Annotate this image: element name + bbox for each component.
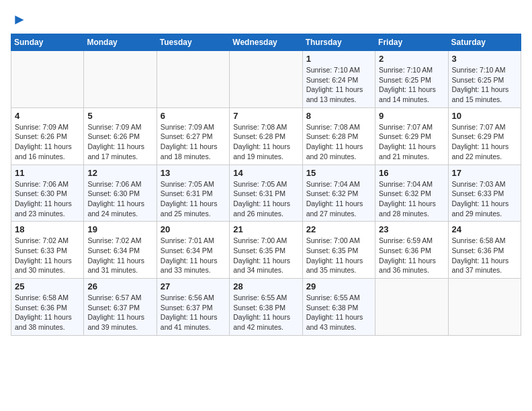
day-number: 7 — [233, 111, 298, 121]
calendar-cell: 13Sunrise: 7:05 AM Sunset: 6:31 PM Dayli… — [157, 165, 229, 222]
calendar-cell: 19Sunrise: 7:02 AM Sunset: 6:34 PM Dayli… — [84, 222, 157, 279]
day-number: 20 — [161, 224, 226, 234]
calendar-cell: 24Sunrise: 6:58 AM Sunset: 6:36 PM Dayli… — [448, 222, 521, 279]
day-detail: Sunrise: 7:00 AM Sunset: 6:35 PM Dayligh… — [233, 236, 298, 275]
calendar-week-row: 1Sunrise: 7:10 AM Sunset: 6:24 PM Daylig… — [11, 51, 521, 108]
calendar-cell: 4Sunrise: 7:09 AM Sunset: 6:26 PM Daylig… — [11, 107, 84, 165]
day-detail: Sunrise: 7:08 AM Sunset: 6:28 PM Dayligh… — [306, 122, 371, 162]
day-number: 6 — [161, 111, 226, 121]
day-detail: Sunrise: 7:07 AM Sunset: 6:29 PM Dayligh… — [452, 122, 517, 162]
calendar-header-saturday: Saturday — [448, 34, 521, 51]
calendar-week-row: 18Sunrise: 7:02 AM Sunset: 6:33 PM Dayli… — [11, 222, 521, 279]
day-detail: Sunrise: 7:01 AM Sunset: 6:34 PM Dayligh… — [161, 236, 226, 275]
calendar-cell: 12Sunrise: 7:06 AM Sunset: 6:30 PM Dayli… — [84, 165, 157, 222]
calendar-cell: 21Sunrise: 7:00 AM Sunset: 6:35 PM Dayli… — [230, 222, 302, 279]
day-number: 12 — [87, 168, 152, 178]
calendar-cell — [448, 279, 521, 336]
day-detail: Sunrise: 7:04 AM Sunset: 6:32 PM Dayligh… — [306, 179, 371, 219]
calendar-cell: 2Sunrise: 7:10 AM Sunset: 6:25 PM Daylig… — [375, 51, 448, 108]
day-detail: Sunrise: 7:07 AM Sunset: 6:29 PM Dayligh… — [379, 122, 444, 162]
day-detail: Sunrise: 6:55 AM Sunset: 6:38 PM Dayligh… — [306, 293, 371, 332]
day-number: 23 — [379, 224, 444, 234]
calendar-cell — [84, 51, 157, 108]
calendar-cell: 1Sunrise: 7:10 AM Sunset: 6:24 PM Daylig… — [302, 51, 375, 108]
calendar-cell: 10Sunrise: 7:07 AM Sunset: 6:29 PM Dayli… — [448, 107, 521, 165]
calendar-cell: 16Sunrise: 7:04 AM Sunset: 6:32 PM Dayli… — [375, 165, 448, 222]
calendar-cell: 9Sunrise: 7:07 AM Sunset: 6:29 PM Daylig… — [375, 107, 448, 165]
day-number: 4 — [15, 111, 80, 121]
day-number: 11 — [15, 168, 80, 178]
calendar-cell: 17Sunrise: 7:03 AM Sunset: 6:33 PM Dayli… — [448, 165, 521, 222]
day-detail: Sunrise: 7:05 AM Sunset: 6:31 PM Dayligh… — [161, 179, 226, 219]
calendar-cell: 5Sunrise: 7:09 AM Sunset: 6:26 PM Daylig… — [84, 107, 157, 165]
calendar-cell: 18Sunrise: 7:02 AM Sunset: 6:33 PM Dayli… — [11, 222, 84, 279]
day-number: 29 — [306, 281, 371, 291]
calendar-header-sunday: Sunday — [11, 34, 84, 51]
day-number: 17 — [452, 168, 517, 178]
day-number: 1 — [306, 54, 371, 64]
calendar-cell: 8Sunrise: 7:08 AM Sunset: 6:28 PM Daylig… — [302, 107, 375, 165]
calendar-cell: 3Sunrise: 7:10 AM Sunset: 6:25 PM Daylig… — [448, 51, 521, 108]
calendar-cell — [230, 51, 302, 108]
calendar-header-friday: Friday — [375, 34, 448, 51]
day-number: 28 — [233, 281, 298, 291]
calendar-header-tuesday: Tuesday — [157, 34, 229, 51]
calendar-cell: 14Sunrise: 7:05 AM Sunset: 6:31 PM Dayli… — [230, 165, 302, 222]
day-detail: Sunrise: 7:10 AM Sunset: 6:24 PM Dayligh… — [306, 65, 371, 105]
day-detail: Sunrise: 7:08 AM Sunset: 6:28 PM Dayligh… — [233, 122, 298, 162]
day-detail: Sunrise: 7:09 AM Sunset: 6:26 PM Dayligh… — [15, 122, 80, 162]
calendar-header-monday: Monday — [84, 34, 157, 51]
day-number: 2 — [379, 54, 444, 64]
day-number: 18 — [15, 224, 80, 234]
calendar-cell: 27Sunrise: 6:56 AM Sunset: 6:37 PM Dayli… — [157, 279, 229, 336]
day-number: 15 — [306, 168, 371, 178]
day-detail: Sunrise: 7:02 AM Sunset: 6:34 PM Dayligh… — [87, 236, 152, 275]
calendar-cell: 6Sunrise: 7:09 AM Sunset: 6:27 PM Daylig… — [157, 107, 229, 165]
calendar-header-row: SundayMondayTuesdayWednesdayThursdayFrid… — [11, 34, 521, 51]
calendar-cell: 22Sunrise: 7:00 AM Sunset: 6:35 PM Dayli… — [302, 222, 375, 279]
day-number: 19 — [87, 224, 152, 234]
day-detail: Sunrise: 6:59 AM Sunset: 6:36 PM Dayligh… — [379, 236, 444, 275]
calendar-week-row: 25Sunrise: 6:58 AM Sunset: 6:36 PM Dayli… — [11, 279, 521, 336]
day-number: 16 — [379, 168, 444, 178]
calendar-cell — [157, 51, 229, 108]
logo-bird-icon: ► — [12, 11, 27, 28]
calendar-table: SundayMondayTuesdayWednesdayThursdayFrid… — [11, 34, 521, 336]
day-number: 3 — [452, 54, 517, 64]
calendar-cell: 28Sunrise: 6:55 AM Sunset: 6:38 PM Dayli… — [230, 279, 302, 336]
day-detail: Sunrise: 7:06 AM Sunset: 6:30 PM Dayligh… — [15, 179, 80, 219]
day-detail: Sunrise: 6:57 AM Sunset: 6:37 PM Dayligh… — [87, 293, 152, 332]
day-number: 21 — [233, 224, 298, 234]
calendar-header-wednesday: Wednesday — [230, 34, 302, 51]
day-detail: Sunrise: 6:58 AM Sunset: 6:36 PM Dayligh… — [452, 236, 517, 275]
day-number: 27 — [161, 281, 226, 291]
day-number: 5 — [87, 111, 152, 121]
day-number: 9 — [379, 111, 444, 121]
day-number: 26 — [87, 281, 152, 291]
day-number: 24 — [452, 224, 517, 234]
day-detail: Sunrise: 6:58 AM Sunset: 6:36 PM Dayligh… — [15, 293, 80, 332]
calendar-cell: 15Sunrise: 7:04 AM Sunset: 6:32 PM Dayli… — [302, 165, 375, 222]
day-detail: Sunrise: 7:06 AM Sunset: 6:30 PM Dayligh… — [87, 179, 152, 219]
calendar-cell: 29Sunrise: 6:55 AM Sunset: 6:38 PM Dayli… — [302, 279, 375, 336]
day-detail: Sunrise: 7:04 AM Sunset: 6:32 PM Dayligh… — [379, 179, 444, 219]
day-detail: Sunrise: 7:10 AM Sunset: 6:25 PM Dayligh… — [379, 65, 444, 105]
day-number: 13 — [161, 168, 226, 178]
day-detail: Sunrise: 6:55 AM Sunset: 6:38 PM Dayligh… — [233, 293, 298, 332]
day-detail: Sunrise: 7:09 AM Sunset: 6:26 PM Dayligh… — [87, 122, 152, 162]
day-detail: Sunrise: 7:09 AM Sunset: 6:27 PM Dayligh… — [161, 122, 226, 162]
calendar-cell: 23Sunrise: 6:59 AM Sunset: 6:36 PM Dayli… — [375, 222, 448, 279]
calendar-week-row: 11Sunrise: 7:06 AM Sunset: 6:30 PM Dayli… — [11, 165, 521, 222]
calendar-week-row: 4Sunrise: 7:09 AM Sunset: 6:26 PM Daylig… — [11, 107, 521, 165]
calendar-cell: 20Sunrise: 7:01 AM Sunset: 6:34 PM Dayli… — [157, 222, 229, 279]
calendar-header-thursday: Thursday — [302, 34, 375, 51]
calendar-cell: 11Sunrise: 7:06 AM Sunset: 6:30 PM Dayli… — [11, 165, 84, 222]
logo: ► — [11, 11, 27, 28]
day-number: 8 — [306, 111, 371, 121]
day-detail: Sunrise: 7:02 AM Sunset: 6:33 PM Dayligh… — [15, 236, 80, 275]
calendar-cell — [375, 279, 448, 336]
day-detail: Sunrise: 6:56 AM Sunset: 6:37 PM Dayligh… — [161, 293, 226, 332]
calendar-cell — [11, 51, 84, 108]
day-detail: Sunrise: 7:00 AM Sunset: 6:35 PM Dayligh… — [306, 236, 371, 275]
day-detail: Sunrise: 7:10 AM Sunset: 6:25 PM Dayligh… — [452, 65, 517, 105]
